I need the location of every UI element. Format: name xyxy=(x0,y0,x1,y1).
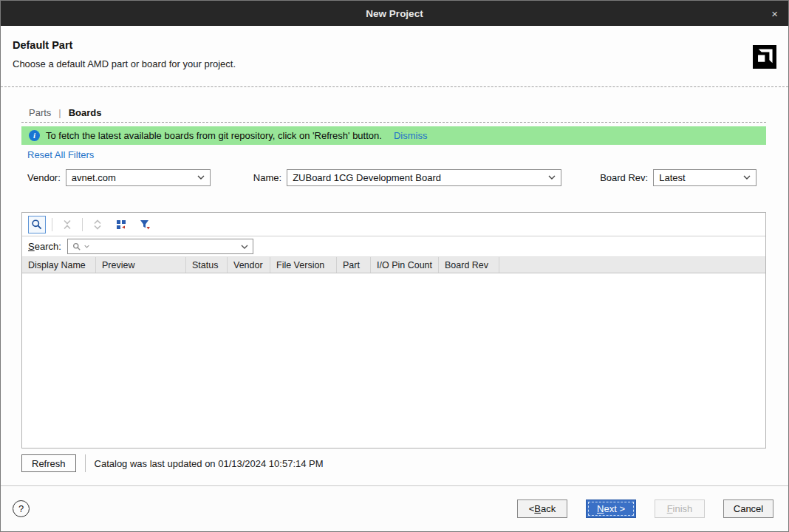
table-header-row: Display Name Preview Status Vendor File … xyxy=(22,257,765,273)
column-header-part[interactable]: Part xyxy=(337,257,371,273)
board-name-select[interactable]: ZUBoard 1CG Development Board xyxy=(287,169,561,186)
cancel-button[interactable]: Cancel xyxy=(723,499,773,518)
group-by-button[interactable] xyxy=(112,216,130,233)
search-row: Search: xyxy=(22,236,765,257)
boards-panel: Search: Display Name Preview Status Vend… xyxy=(21,212,766,449)
wizard-header: Default Part Choose a default AMD part o… xyxy=(1,26,788,86)
name-label: Name: xyxy=(253,172,281,183)
board-rev-value: Latest xyxy=(659,172,685,183)
collapse-all-button xyxy=(58,216,76,233)
header-separator xyxy=(1,86,788,87)
filter-row: Vendor: avnet.com Name: ZUBoard 1CG Deve… xyxy=(27,168,766,186)
chevron-down-icon xyxy=(241,245,248,249)
filter-icon xyxy=(139,219,151,231)
catalog-row: Refresh Catalog was last updated on 01/1… xyxy=(21,454,766,473)
toolbar-divider xyxy=(82,218,83,231)
search-button[interactable] xyxy=(28,216,46,233)
info-banner: i To fetch the latest available boards f… xyxy=(21,126,766,145)
caret-down-icon xyxy=(84,245,89,248)
new-project-dialog: New Project × Default Part Choose a defa… xyxy=(0,0,789,532)
board-rev-select[interactable]: Latest xyxy=(653,169,756,186)
info-icon: i xyxy=(29,130,40,141)
filter-button[interactable] xyxy=(136,216,154,233)
vendor-value: avnet.com xyxy=(72,172,116,183)
tabs-separator-line xyxy=(21,122,766,123)
chevron-down-icon xyxy=(743,175,751,180)
search-icon xyxy=(31,219,43,231)
catalog-status-text: Catalog was last updated on 01/13/2024 1… xyxy=(85,454,324,472)
tab-separator: | xyxy=(58,107,61,118)
tab-parts[interactable]: Parts xyxy=(29,107,51,118)
column-header-status[interactable]: Status xyxy=(186,257,228,273)
expand-all-icon xyxy=(92,219,103,231)
column-header-vendor[interactable]: Vendor xyxy=(228,257,270,273)
tab-boards[interactable]: Boards xyxy=(69,107,102,118)
parts-boards-tabs: Parts | Boards xyxy=(29,107,102,118)
collapse-all-icon xyxy=(61,219,73,231)
column-header-filler xyxy=(499,257,765,273)
page-subtitle: Choose a default AMD part or board for y… xyxy=(13,58,236,69)
search-icon xyxy=(72,242,81,251)
close-icon[interactable]: × xyxy=(771,1,778,26)
expand-all-button xyxy=(89,216,106,233)
boards-toolbar xyxy=(22,213,765,236)
table-body-empty[interactable] xyxy=(22,273,765,448)
column-header-board-rev[interactable]: Board Rev xyxy=(439,257,499,273)
column-header-display-name[interactable]: Display Name xyxy=(22,257,96,273)
next-button[interactable]: Next > xyxy=(586,499,636,518)
column-header-file-version[interactable]: File Version xyxy=(270,257,337,273)
board-rev-label: Board Rev: xyxy=(600,172,648,183)
back-button[interactable]: < Back xyxy=(517,499,567,518)
reset-all-filters-link[interactable]: Reset All Filters xyxy=(27,149,94,160)
group-by-icon xyxy=(115,219,127,231)
vendor-select[interactable]: avnet.com xyxy=(66,169,211,186)
vendor-label: Vendor: xyxy=(27,172,61,183)
dialog-footer: ? < Back Next > Finish Cancel xyxy=(1,485,788,531)
column-header-io-pin-count[interactable]: I/O Pin Count xyxy=(371,257,439,273)
dialog-titlebar: New Project × xyxy=(1,1,788,26)
banner-text: To fetch the latest available boards fro… xyxy=(46,130,382,141)
refresh-button[interactable]: Refresh xyxy=(21,454,76,472)
chevron-down-icon xyxy=(197,175,205,180)
search-input[interactable] xyxy=(67,239,253,254)
page-title: Default Part xyxy=(13,39,72,51)
dismiss-link[interactable]: Dismiss xyxy=(394,130,428,141)
dialog-title: New Project xyxy=(366,8,423,19)
search-label: Search: xyxy=(28,241,61,252)
chevron-down-icon xyxy=(548,175,556,180)
footer-buttons: < Back Next > Finish Cancel xyxy=(517,499,773,518)
column-header-preview[interactable]: Preview xyxy=(96,257,186,273)
toolbar-divider xyxy=(52,218,52,231)
help-button[interactable]: ? xyxy=(13,500,30,517)
amd-logo-icon xyxy=(753,45,776,69)
finish-button: Finish xyxy=(655,499,705,518)
board-name-value: ZUBoard 1CG Development Board xyxy=(293,172,441,183)
